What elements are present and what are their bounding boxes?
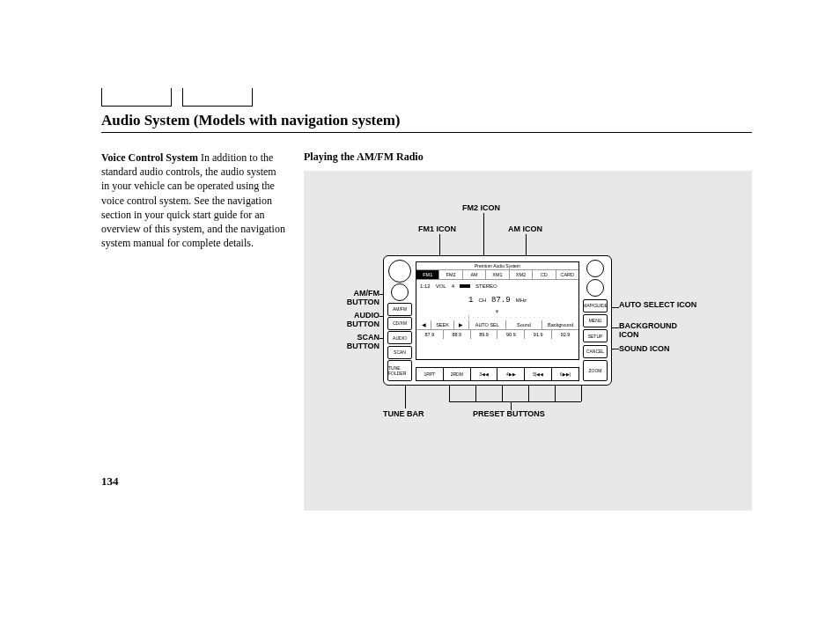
hw-preset-4[interactable]: 4▶▶	[497, 368, 525, 380]
preset-2[interactable]: 88.9	[444, 330, 471, 339]
cdxm-hardware-button[interactable]: CD/XM	[387, 317, 412, 330]
radio-unit: Premium Audio System FM1 FM2 AM XM1 XM2 …	[383, 255, 612, 386]
callout-fm2: FM2 ICON	[462, 204, 500, 213]
channel-label: CH	[478, 298, 486, 303]
mode-card[interactable]: CARD	[556, 270, 578, 279]
callout-tune-bar: TUNE BAR	[383, 410, 424, 419]
preset-3[interactable]: 89.9	[471, 330, 498, 339]
hw-preset-3[interactable]: 3◀◀	[471, 368, 498, 380]
tab-blank-2	[182, 88, 253, 107]
mode-fm1[interactable]: FM1	[416, 270, 439, 279]
pointer-line	[405, 384, 406, 408]
hw-preset-5[interactable]: 5|◀◀	[525, 368, 552, 380]
callout-audio-button: AUDIO BUTTON	[330, 312, 379, 329]
callout-scan-button: SCAN BUTTON	[330, 334, 379, 351]
voice-control-body: In addition to the standard audio contro…	[101, 151, 285, 249]
callout-preset-buttons: PRESET BUTTONS	[473, 410, 545, 419]
vol-value: 4	[452, 283, 454, 289]
pointer-line	[449, 401, 581, 402]
mode-fm2[interactable]: FM2	[439, 270, 462, 279]
callout-auto-select: AUTO SELECT ICON	[619, 301, 698, 310]
status-row-2: 1 CH 87.9 MHz	[416, 292, 578, 308]
sound-button[interactable]: Sound	[506, 320, 543, 329]
mode-row: FM1 FM2 AM XM1 XM2 CD CARD	[416, 270, 578, 280]
volume-knob[interactable]	[388, 260, 411, 283]
audio-hardware-button[interactable]: AUDIO	[387, 331, 412, 344]
scan-hardware-button[interactable]: SCAN	[387, 346, 412, 359]
preset-5[interactable]: 91.9	[525, 330, 552, 339]
seek-label: SEEK	[431, 320, 453, 329]
left-hardware-column: AM/FM CD/XM AUDIO SCAN TUNE FOLDER	[387, 260, 413, 381]
tab-blank-1	[101, 88, 172, 107]
hw-preset-2[interactable]: 2RDM	[444, 368, 471, 380]
seek-up-icon[interactable]: ▶	[454, 320, 469, 329]
frequency-unit: MHz	[516, 298, 527, 303]
mode-cd[interactable]: CD	[533, 270, 556, 279]
clock: 1:12	[420, 283, 431, 289]
status-row-1: 1:12 VOL 4 STEREO	[416, 280, 578, 292]
playing-radio-heading: Playing the AM/FM Radio	[304, 151, 752, 164]
pointer-line	[475, 384, 476, 401]
mode-xm1[interactable]: XM1	[486, 270, 509, 279]
info-button[interactable]	[586, 279, 604, 297]
softkey-row: ◀ SEEK ▶ AUTO SEL Sound Background	[416, 320, 578, 330]
screen-header: Premium Audio System	[416, 262, 578, 270]
tune-scale[interactable]: ▼· · · · | · · · · · · · · · · · · · · ·…	[416, 308, 578, 320]
preset-1[interactable]: 87.9	[416, 330, 444, 339]
auto-sel-button[interactable]: AUTO SEL	[469, 320, 506, 329]
right-hardware-column: MAP/GUIDE MENU SETUP CANCEL ZOOM	[582, 260, 608, 381]
right-column: Playing the AM/FM Radio FM2 ICON FM1 ICO…	[304, 151, 752, 511]
callout-fm1: FM1 ICON	[418, 225, 456, 234]
preset-row: 87.9 88.9 89.9 90.9 91.9 92.9	[416, 330, 578, 339]
header-tabs	[101, 88, 752, 110]
zoom-button[interactable]: ZOOM	[583, 360, 608, 381]
pointer-line	[502, 384, 503, 401]
tune-folder-button[interactable]: TUNE FOLDER	[387, 360, 412, 381]
vol-bar-icon	[460, 284, 470, 288]
preset-hardware-bar: 1RPT 2RDM 3◀◀ 4▶▶ 5|◀◀ 6▶▶|	[416, 367, 579, 381]
preset-4[interactable]: 90.9	[497, 330, 525, 339]
preset-6[interactable]: 92.9	[552, 330, 578, 339]
mode-xm2[interactable]: XM2	[510, 270, 533, 279]
setup-button[interactable]: SETUP	[583, 329, 608, 342]
callout-amfm-button: AM/FM BUTTON	[330, 290, 379, 307]
background-button[interactable]: Background	[542, 320, 578, 329]
pointer-line	[449, 384, 450, 401]
page-number: 134	[101, 474, 119, 489]
voice-control-heading: Voice Control System	[101, 151, 198, 164]
ent-button[interactable]	[586, 260, 604, 277]
stereo-indicator: STEREO	[475, 283, 497, 289]
seek-down-icon[interactable]: ◀	[416, 320, 431, 329]
callout-sound: SOUND ICON	[619, 345, 698, 354]
hw-preset-1[interactable]: 1RPT	[416, 368, 444, 380]
pointer-line	[528, 384, 529, 401]
pointer-line	[511, 401, 512, 410]
left-column: Voice Control System In addition to the …	[101, 151, 286, 511]
radio-figure: FM2 ICON FM1 ICON AM ICON AM/FM BUTTON A…	[304, 171, 752, 511]
vol-label: VOL	[436, 283, 446, 289]
menu-button[interactable]: MENU	[583, 314, 608, 327]
mode-am[interactable]: AM	[463, 270, 486, 279]
open-button[interactable]	[391, 283, 409, 301]
callout-background: BACKGROUND ICON	[619, 322, 698, 340]
pointer-line	[581, 384, 582, 401]
radio-screen: Premium Audio System FM1 FM2 AM XM1 XM2 …	[416, 261, 579, 360]
cancel-button[interactable]: CANCEL	[583, 345, 608, 358]
pointer-line	[555, 384, 556, 401]
map-guide-button[interactable]: MAP/GUIDE	[583, 299, 608, 312]
page-title: Audio System (Models with navigation sys…	[101, 112, 752, 133]
frequency: 87.9	[491, 296, 511, 305]
callout-am: AM ICON	[508, 225, 542, 234]
channel-number: 1	[468, 296, 473, 305]
hw-preset-6[interactable]: 6▶▶|	[552, 368, 578, 380]
amfm-hardware-button[interactable]: AM/FM	[387, 303, 412, 316]
